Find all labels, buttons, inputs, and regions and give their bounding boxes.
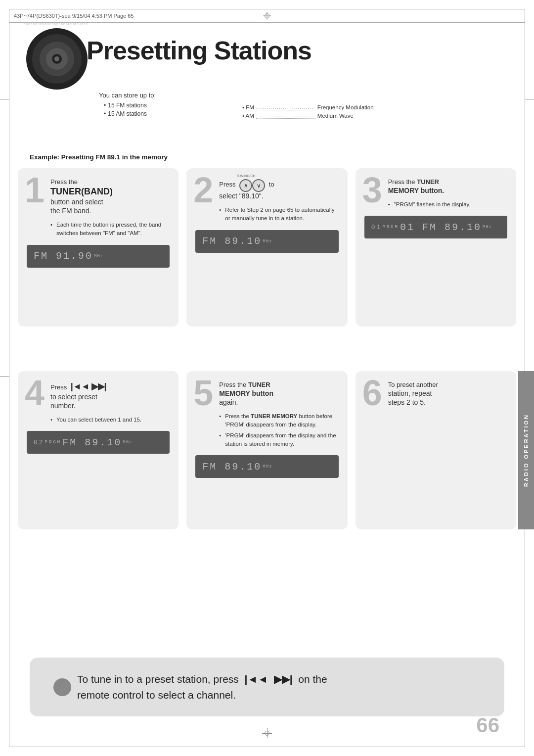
step-3-box: 3 Press the TUNER MEMORY button. "PRGM" … [356,168,516,327]
step-4-title: Press |◄◄ ▶▶| [50,381,170,392]
header-text: 43P~74P(DS630T)-sea 9/15/04 4:53 PM Page… [14,13,134,19]
example-header: Example: Presetting FM 89.1 in the memor… [30,153,168,161]
step-6-extra2: steps 2 to 5. [388,398,507,406]
step-2-title-prefix: Press TUNING/CH ∧ ∨ to [219,178,338,191]
step-3-number: 3 [362,172,382,208]
step-1-box: 1 Press the TUNER(BAND) button and selec… [18,168,178,327]
step-3-bullet-0: "PRGM" flashes in the display. [388,200,507,209]
bottom-circle-icon [53,678,71,696]
left-tick-1 [0,99,9,99]
step-6-extra1: station, repeat [388,389,507,397]
speaker-graphic [24,26,90,93]
bottom-line-2: remote control to select a channel. [77,687,327,703]
prgm-label: PRGM [382,225,399,230]
bullet-fm-stations: 15 FM stations [104,102,156,109]
step-3-display: 01 PRGM 01 FM 89.10 MHz [364,216,507,238]
step-1-extra1: button and select [50,198,170,206]
step-2-display: FM 89.10MHz [195,230,338,253]
step-3-content: Press the TUNER MEMORY button. "PRGM" fl… [388,178,507,209]
step-5-extra1: MEMORY button [219,389,338,397]
step-1-display: FM 91.90MHz [27,245,170,268]
page-title: Presetting Stations [87,36,312,65]
step-5-title-prefix: Press the TUNER [219,381,338,388]
steps-row-2: 4 Press |◄◄ ▶▶| to select preset number.… [18,371,516,529]
subtitle-area: You can store up to: 15 FM stations 15 A… [99,92,156,119]
radio-sidebar-label: Radio Operation [523,414,529,487]
bottom-crosshair [262,728,272,738]
step-5-content: Press the TUNER MEMORY button again. Pre… [219,381,338,448]
step-4-extra1: to select preset [50,393,170,401]
step-6-number: 6 [362,375,382,411]
step-5-bullet-1: 'PRGM' disappears from the display and t… [219,431,338,449]
step-4-number: 4 [25,375,44,411]
header-crosshair [263,12,271,20]
step-3-extra1: MEMORY button. [388,187,507,194]
step-1-content: Press the TUNER(BAND) button and select … [50,178,170,238]
step-6-title-prefix: To preset another [388,381,507,388]
am-row: • AM ............................ Medium… [242,112,374,119]
step-2-extra1: select "89.10". [219,192,338,200]
bullet-list: 15 FM stations 15 AM stations [104,102,156,117]
step-4-content: Press |◄◄ ▶▶| to select preset number. Y… [50,381,170,424]
step-3-bullets: "PRGM" flashes in the display. [388,200,507,209]
step-1-extra2: the FM band. [50,207,170,215]
header-bar: 43P~74P(DS630T)-sea 9/15/04 4:53 PM Page… [9,9,525,23]
step-5-bullets: Press the TUNER MEMORY button before 'PR… [219,412,338,448]
down-btn: ∨ [252,179,265,192]
step-4-bullet-0: You can select between 1 and 15. [50,416,170,424]
steps-row-1: 1 Press the TUNER(BAND) button and selec… [18,168,516,327]
fm-row: • FM ............................ Freque… [242,104,374,110]
right-tick-1 [525,99,534,99]
bottom-text: To tune in to a preset station, press |◄… [77,671,327,703]
step-6-box: 6 To preset another station, repeat step… [356,371,516,529]
step-1-title-bold: TUNER(BAND) [50,187,170,197]
step-2-bullet-0: Refer to Step 2 on page 65 to automatica… [219,206,338,223]
fm-am-table: • FM ............................ Freque… [242,104,374,121]
bottom-box: To tune in to a preset station, press |◄… [30,658,504,716]
step-1-bullets: Each time the button is pressed, the ban… [50,221,170,238]
step-2-bullets: Refer to Step 2 on page 65 to automatica… [219,206,338,223]
step-5-number: 5 [193,375,213,411]
step4-prgm: PRGM [45,440,62,445]
step-5-display: FM 89.10MHz [195,455,338,478]
step-6-content: To preset another station, repeat steps … [388,381,507,406]
subtitle-intro: You can store up to: [99,92,156,99]
step-5-box: 5 Press the TUNER MEMORY button again. P… [186,371,347,529]
step-1-number: 1 [25,172,44,208]
left-tick-2 [0,376,9,377]
step-3-title-prefix: Press the TUNER [388,178,507,186]
tuning-buttons: TUNING/CH ∧ ∨ [239,179,265,192]
step-4-box: 4 Press |◄◄ ▶▶| to select preset number.… [18,371,178,529]
crosshair-circle [265,13,269,18]
step-2-number: 2 [193,172,213,208]
step-1-bullet-0: Each time the button is pressed, the ban… [50,221,170,238]
prev-next-icon: |◄◄ ▶▶| [71,381,106,391]
step-1-title-prefix: Press the [50,178,170,186]
bullet-am-stations: 15 AM stations [104,110,156,117]
step-2-box: 2 Press TUNING/CH ∧ ∨ to select "89.10".… [186,168,347,327]
bottom-line-1: To tune in to a preset station, press |◄… [77,671,327,687]
step-5-extra2: again. [219,398,338,406]
up-btn: TUNING/CH ∧ [239,179,252,192]
step-5-bullet-0: Press the TUNER MEMORY button before 'PR… [219,412,338,429]
step-4-display: 02 PRGM FM 89.10 MHz [27,431,170,454]
radio-sidebar: Radio Operation [518,371,534,529]
step-2-content: Press TUNING/CH ∧ ∨ to select "89.10". R… [219,178,338,223]
svg-point-5 [54,56,59,61]
step-4-extra2: number. [50,402,170,410]
page-number: 66 [476,713,499,737]
step-4-bullets: You can select between 1 and 15. [50,416,170,424]
